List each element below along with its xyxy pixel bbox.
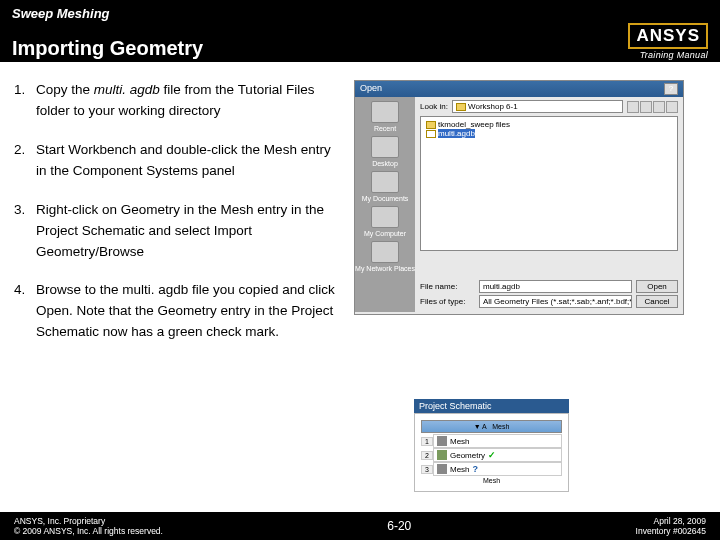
check-icon: ✓: [488, 450, 496, 460]
dialog-title-text: Open: [360, 83, 382, 95]
folder-icon: [426, 121, 436, 129]
question-icon: ?: [473, 464, 479, 474]
views-icon[interactable]: [666, 101, 678, 113]
back-icon[interactable]: [627, 101, 639, 113]
places-recent[interactable]: Recent: [371, 101, 399, 132]
file-icon: [426, 130, 436, 138]
slide-header: Sweep Meshing Importing Geometry ANSYS T…: [0, 0, 720, 62]
schematic-table: ▼ A Mesh 1Mesh 2Geometry✓ 3Mesh? Mesh: [421, 420, 562, 485]
open-file-dialog: Open ? Recent Desktop My Documents My Co…: [354, 80, 684, 315]
page-number: 6-20: [387, 519, 411, 533]
page-title: Importing Geometry: [12, 37, 203, 60]
lookin-label: Look in:: [420, 102, 448, 111]
instruction-list: Copy the multi. agdb file from the Tutor…: [14, 80, 344, 343]
step-2: Start Workbench and double-click the Mes…: [14, 140, 344, 182]
folder-icon: [456, 103, 466, 111]
instruction-column: Copy the multi. agdb file from the Tutor…: [14, 80, 344, 492]
table-row[interactable]: 2Geometry✓: [421, 448, 562, 462]
documents-icon: [371, 171, 399, 193]
toolbar-icons: [627, 101, 678, 113]
lookin-combo[interactable]: Workshop 6-1: [452, 100, 623, 113]
filename-input[interactable]: multi.agdb: [479, 280, 632, 293]
logo-area: ANSYS Training Manual: [628, 23, 708, 60]
mesh-icon: [437, 464, 447, 474]
dialog-titlebar: Open ?: [355, 81, 683, 97]
places-computer[interactable]: My Computer: [364, 206, 406, 237]
cancel-button[interactable]: Cancel: [636, 295, 678, 308]
project-schematic-panel: Project Schematic ▼ A Mesh 1Mesh 2Geomet…: [414, 399, 569, 492]
slide-footer: ANSYS, Inc. Proprietary © 2009 ANSYS, In…: [0, 512, 720, 540]
list-item[interactable]: multi.agdb: [424, 129, 674, 138]
step-3: Right-click on Geometry in the Mesh entr…: [14, 200, 344, 263]
file-list[interactable]: tkmodel_sweep files multi.agdb: [420, 116, 678, 251]
up-icon[interactable]: [640, 101, 652, 113]
step-1: Copy the multi. agdb file from the Tutor…: [14, 80, 344, 122]
places-desktop[interactable]: Desktop: [371, 136, 399, 167]
places-documents[interactable]: My Documents: [362, 171, 409, 202]
desktop-icon: [371, 136, 399, 158]
filetype-label: Files of type:: [420, 297, 475, 306]
dialog-places-bar: Recent Desktop My Documents My Computer …: [355, 97, 415, 312]
table-row[interactable]: 3Mesh?: [421, 462, 562, 476]
ansys-logo: ANSYS: [628, 23, 708, 49]
open-button[interactable]: Open: [636, 280, 678, 293]
help-icon[interactable]: ?: [664, 83, 678, 95]
filetype-combo[interactable]: All Geometry Files (*.sat;*.sab;*.anf;*.…: [479, 295, 632, 308]
list-item[interactable]: tkmodel_sweep files: [424, 120, 674, 129]
schematic-footer: Mesh: [421, 476, 562, 485]
table-row[interactable]: 1Mesh: [421, 434, 562, 448]
folder-icon: [371, 101, 399, 123]
network-icon: [371, 241, 399, 263]
breadcrumb: Sweep Meshing: [12, 6, 708, 21]
dialog-main: Look in: Workshop 6-1 tkmodel_sweep file…: [415, 97, 683, 312]
computer-icon: [371, 206, 399, 228]
logo-subtitle: Training Manual: [628, 50, 708, 60]
screenshot-column: Open ? Recent Desktop My Documents My Co…: [354, 80, 706, 492]
schematic-header: ▼ A Mesh: [421, 420, 562, 433]
mesh-icon: [437, 436, 447, 446]
newfolder-icon[interactable]: [653, 101, 665, 113]
step-4: Browse to the multi. agdb file you copie…: [14, 280, 344, 343]
schematic-title: Project Schematic: [414, 399, 569, 413]
footer-left: ANSYS, Inc. Proprietary © 2009 ANSYS, In…: [14, 516, 163, 536]
content-area: Copy the multi. agdb file from the Tutor…: [0, 62, 720, 492]
places-network[interactable]: My Network Places: [355, 241, 415, 272]
footer-right: April 28, 2009 Inventory #002645: [636, 516, 706, 536]
filename-label: File name:: [420, 282, 475, 291]
geometry-icon: [437, 450, 447, 460]
